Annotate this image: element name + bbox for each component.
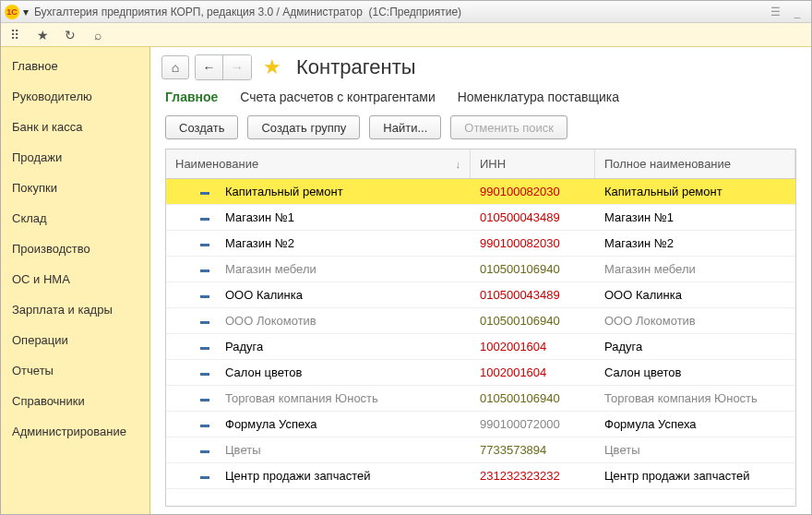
item-icon: ▬ bbox=[194, 316, 216, 326]
cell-name: Капитальный ремонт bbox=[225, 185, 343, 198]
window-title-main: Бухгалтерия предприятия КОРП, редакция 3… bbox=[34, 6, 363, 18]
titlebar: 1C ▾ Бухгалтерия предприятия КОРП, редак… bbox=[1, 1, 811, 23]
cell-fullname: Магазин мебели bbox=[595, 262, 795, 276]
item-icon: ▬ bbox=[194, 419, 216, 429]
history-icon[interactable]: ↻ bbox=[62, 27, 78, 43]
table-row[interactable]: ▬Цветы7733573894Цветы bbox=[166, 437, 795, 463]
table-row[interactable]: ▬Торговая компания Юность010500106940Тор… bbox=[166, 386, 795, 412]
favorite-star-icon[interactable]: ★ bbox=[263, 55, 281, 79]
search-icon[interactable]: ⌕ bbox=[90, 27, 106, 43]
col-fullname[interactable]: Полное наименование bbox=[595, 150, 795, 178]
cell-name: Магазин №2 bbox=[225, 236, 294, 250]
command-bar: Создать Создать группу Найти... Отменить… bbox=[150, 110, 811, 145]
table-row[interactable]: ▬Магазин №1010500043489Магазин №1 bbox=[166, 205, 795, 231]
table-row[interactable]: ▬Радуга1002001604Радуга bbox=[166, 334, 795, 360]
sidebar-item-7[interactable]: ОС и НМА bbox=[1, 264, 149, 294]
cell-fullname: Радуга bbox=[595, 340, 795, 353]
cell-fullname: Салон цветов bbox=[595, 365, 795, 379]
window-title: Бухгалтерия предприятия КОРП, редакция 3… bbox=[34, 6, 461, 18]
cell-name: ООО Калинка bbox=[225, 288, 303, 302]
sidebar-item-12[interactable]: Администрирование bbox=[1, 416, 149, 447]
minimize-button[interactable]: _ bbox=[787, 5, 807, 19]
item-icon: ▬ bbox=[194, 367, 216, 377]
star-icon[interactable]: ★ bbox=[34, 27, 51, 43]
cell-inn: 1002001604 bbox=[471, 340, 595, 353]
cell-fullname: Торговая компания Юность bbox=[595, 391, 795, 405]
cell-inn: 990100082030 bbox=[471, 185, 595, 198]
item-icon: ▬ bbox=[194, 238, 216, 248]
sidebar-item-1[interactable]: Руководителю bbox=[1, 81, 149, 112]
table-row[interactable]: ▬Формула Успеха990100072000Формула Успех… bbox=[166, 412, 795, 437]
table-row[interactable]: ▬Салон цветов1002001604Салон цветов bbox=[166, 360, 795, 386]
table-row[interactable]: ▬Центр продажи запчастей231232323232Цент… bbox=[166, 463, 795, 489]
cell-inn: 990100072000 bbox=[471, 417, 595, 431]
back-button[interactable]: ← bbox=[196, 55, 223, 79]
col-name-label: Наименование bbox=[175, 157, 258, 171]
table-row[interactable]: ▬Капитальный ремонт990100082030Капитальн… bbox=[166, 179, 795, 205]
cell-name: Радуга bbox=[225, 340, 263, 353]
sidebar-item-9[interactable]: Операции bbox=[1, 325, 149, 355]
cell-name: Магазин мебели bbox=[225, 262, 316, 276]
item-icon: ▬ bbox=[194, 341, 216, 352]
cell-fullname: ООО Калинка bbox=[595, 288, 795, 302]
table-row[interactable]: ▬ООО Локомотив010500106940ООО Локомотив bbox=[166, 308, 795, 334]
grid-header: Наименование ↓ ИНН Полное наименование bbox=[166, 150, 795, 179]
table-row[interactable]: ▬Магазин мебели010500106940Магазин мебел… bbox=[166, 257, 795, 282]
tab-1[interactable]: Счета расчетов с контрагентами bbox=[240, 90, 435, 104]
sidebar-item-8[interactable]: Зарплата и кадры bbox=[1, 294, 149, 325]
sidebar-item-2[interactable]: Банк и касса bbox=[1, 112, 149, 142]
tab-0[interactable]: Главное bbox=[165, 90, 218, 104]
cell-fullname: Магазин №1 bbox=[595, 210, 795, 224]
sidebar-item-6[interactable]: Производство bbox=[1, 234, 149, 264]
cell-name: Салон цветов bbox=[225, 365, 302, 379]
tab-2[interactable]: Номенклатура поставщика bbox=[458, 90, 619, 104]
sidebar-item-11[interactable]: Справочники bbox=[1, 386, 149, 416]
apps-icon[interactable]: ⠿ bbox=[6, 27, 23, 43]
table-row[interactable]: ▬ООО Калинка010500043489ООО Калинка bbox=[166, 282, 795, 308]
cancel-search-button[interactable]: Отменить поиск bbox=[450, 115, 567, 139]
cell-inn: 010500106940 bbox=[471, 391, 595, 405]
find-button[interactable]: Найти... bbox=[369, 115, 441, 139]
cell-inn: 231232323232 bbox=[471, 469, 595, 483]
sort-desc-icon: ↓ bbox=[456, 159, 461, 170]
cell-name: ООО Локомотив bbox=[225, 314, 316, 328]
page-title: Контрагенты bbox=[296, 55, 416, 79]
cell-inn: 1002001604 bbox=[471, 365, 595, 379]
cell-name: Торговая компания Юность bbox=[225, 391, 378, 405]
window-dropdown-icon[interactable]: ▾ bbox=[23, 6, 29, 18]
table-row[interactable]: ▬Магазин №2990100082030Магазин №2 bbox=[166, 231, 795, 257]
cell-fullname: Капитальный ремонт bbox=[595, 185, 795, 198]
cell-fullname: ООО Локомотив bbox=[595, 314, 795, 328]
col-inn[interactable]: ИНН bbox=[471, 150, 595, 178]
nav-group: ← → bbox=[195, 54, 252, 80]
create-group-button[interactable]: Создать группу bbox=[247, 115, 360, 139]
home-button[interactable]: ⌂ bbox=[161, 55, 189, 79]
sidebar-item-3[interactable]: Продажи bbox=[1, 142, 149, 173]
item-icon: ▬ bbox=[194, 212, 216, 222]
sidebar-item-4[interactable]: Покупки bbox=[1, 173, 149, 203]
create-button[interactable]: Создать bbox=[165, 115, 238, 139]
forward-button[interactable]: → bbox=[223, 55, 251, 79]
cell-inn: 990100082030 bbox=[471, 236, 595, 250]
sidebar-item-5[interactable]: Склад bbox=[1, 203, 149, 234]
cell-name: Формула Успеха bbox=[225, 417, 317, 431]
item-icon: ▬ bbox=[194, 186, 216, 197]
cell-fullname: Магазин №2 bbox=[595, 236, 795, 250]
tabs: ГлавноеСчета расчетов с контрагентамиНом… bbox=[150, 84, 811, 110]
cell-inn: 010500106940 bbox=[471, 262, 595, 276]
sidebar: ГлавноеРуководителюБанк и кассаПродажиПо… bbox=[1, 47, 150, 514]
item-icon: ▬ bbox=[194, 471, 216, 481]
col-name[interactable]: Наименование ↓ bbox=[166, 150, 471, 178]
content: ⌂ ← → ★ Контрагенты ГлавноеСчета расчето… bbox=[150, 47, 811, 514]
window-title-suffix: (1С:Предприятие) bbox=[368, 6, 461, 18]
cell-inn: 010500043489 bbox=[471, 288, 595, 302]
toolbar: ⌂ ← → ★ Контрагенты bbox=[150, 47, 811, 84]
cell-fullname: Цветы bbox=[595, 443, 795, 457]
cell-inn: 010500106940 bbox=[471, 314, 595, 328]
sidebar-item-10[interactable]: Отчеты bbox=[1, 355, 149, 386]
grid-body: ▬Капитальный ремонт990100082030Капитальн… bbox=[166, 179, 795, 506]
cell-fullname: Формула Успеха bbox=[595, 417, 795, 431]
item-icon: ▬ bbox=[194, 264, 216, 274]
help-button[interactable]: ☰ bbox=[765, 5, 785, 19]
sidebar-item-0[interactable]: Главное bbox=[1, 51, 149, 81]
